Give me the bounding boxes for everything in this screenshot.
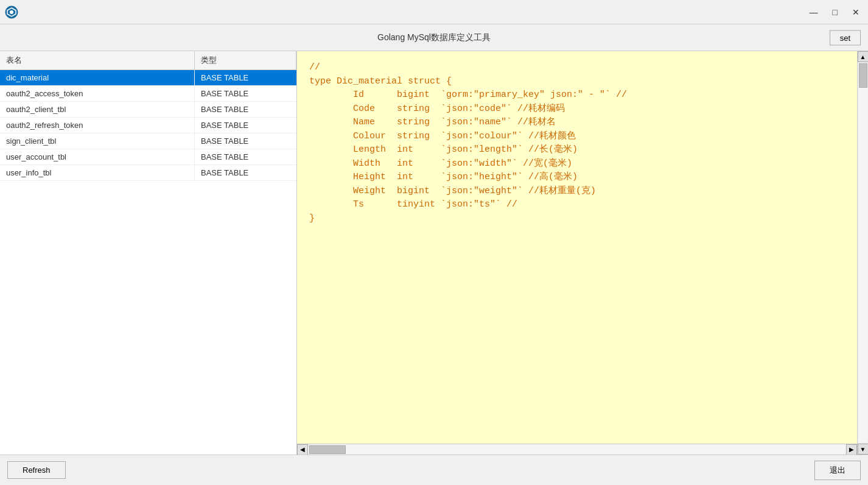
set-button[interactable]: set xyxy=(830,30,861,45)
close-button[interactable]: ✕ xyxy=(849,6,863,18)
left-panel: 表名 类型 dic_materialBASE TABLEoauth2_acces… xyxy=(0,51,297,455)
scroll-thumb-v[interactable] xyxy=(859,63,867,88)
cell-table-type: BASE TABLE xyxy=(195,133,296,149)
table-row[interactable]: user_info_tblBASE TABLE xyxy=(0,165,296,181)
table-list: dic_materialBASE TABLEoauth2_access_toke… xyxy=(0,70,296,455)
scroll-left-arrow[interactable]: ◀ xyxy=(297,444,308,455)
right-main: // type Dic_material struct { Id bigint … xyxy=(297,51,868,455)
scroll-down-arrow[interactable]: ▼ xyxy=(858,444,869,455)
body-area: 表名 类型 dic_materialBASE TABLEoauth2_acces… xyxy=(0,51,868,455)
refresh-button[interactable]: Refresh xyxy=(7,461,66,479)
cell-table-name: sign_client_tbl xyxy=(0,133,195,149)
table-row[interactable]: oauth2_refresh_tokenBASE TABLE xyxy=(0,118,296,133)
minimize-button[interactable]: — xyxy=(806,6,822,18)
col-header-name: 表名 xyxy=(0,51,195,69)
exit-button[interactable]: 退出 xyxy=(814,461,861,480)
title-bar-left xyxy=(5,5,18,19)
table-row[interactable]: oauth2_access_tokenBASE TABLE xyxy=(0,86,296,102)
header-bar: Golang MySql数据库定义工具 set xyxy=(0,24,868,51)
table-row[interactable]: sign_client_tblBASE TABLE xyxy=(0,133,296,149)
cell-table-name: user_account_tbl xyxy=(0,149,195,165)
cell-table-type: BASE TABLE xyxy=(195,149,296,165)
app-icon xyxy=(5,5,18,19)
scroll-right-arrow[interactable]: ▶ xyxy=(846,444,857,455)
table-row[interactable]: dic_materialBASE TABLE xyxy=(0,70,296,86)
cell-table-type: BASE TABLE xyxy=(195,70,296,85)
cell-table-type: BASE TABLE xyxy=(195,118,296,133)
svg-point-1 xyxy=(10,10,13,14)
main-content: Golang MySql数据库定义工具 set 表名 类型 dic_materi… xyxy=(0,24,868,485)
cell-table-name: user_info_tbl xyxy=(0,165,195,180)
scrollbar-horizontal: ◀ ▶ xyxy=(297,444,857,455)
cell-table-type: BASE TABLE xyxy=(195,165,296,180)
title-bar-controls: — □ ✕ xyxy=(806,6,863,18)
header-title: Golang MySql数据库定义工具 xyxy=(377,32,491,43)
cell-table-type: BASE TABLE xyxy=(195,86,296,101)
right-panel: // type Dic_material struct { Id bigint … xyxy=(297,51,868,455)
col-header-type: 类型 xyxy=(195,51,296,69)
cell-table-name: dic_material xyxy=(0,70,195,85)
cell-table-name: oauth2_access_token xyxy=(0,86,195,101)
scroll-track-h[interactable] xyxy=(309,445,845,454)
cell-table-name: oauth2_client_tbl xyxy=(0,102,195,117)
maximize-button[interactable]: □ xyxy=(829,6,841,18)
table-row[interactable]: oauth2_client_tblBASE TABLE xyxy=(0,102,296,118)
cell-table-name: oauth2_refresh_token xyxy=(0,118,195,133)
scrollbar-vertical: ▲ ▼ xyxy=(857,51,868,455)
table-row[interactable]: user_account_tblBASE TABLE xyxy=(0,149,296,165)
scroll-up-arrow[interactable]: ▲ xyxy=(858,51,869,62)
cell-table-type: BASE TABLE xyxy=(195,102,296,117)
scroll-thumb-h[interactable] xyxy=(309,445,346,454)
title-bar: — □ ✕ xyxy=(0,0,868,24)
table-header: 表名 类型 xyxy=(0,51,296,70)
right-content: // type Dic_material struct { Id bigint … xyxy=(297,51,857,455)
scroll-track-v[interactable] xyxy=(859,63,867,442)
code-area[interactable]: // type Dic_material struct { Id bigint … xyxy=(297,51,857,444)
bottom-bar: Refresh 退出 xyxy=(0,455,868,485)
